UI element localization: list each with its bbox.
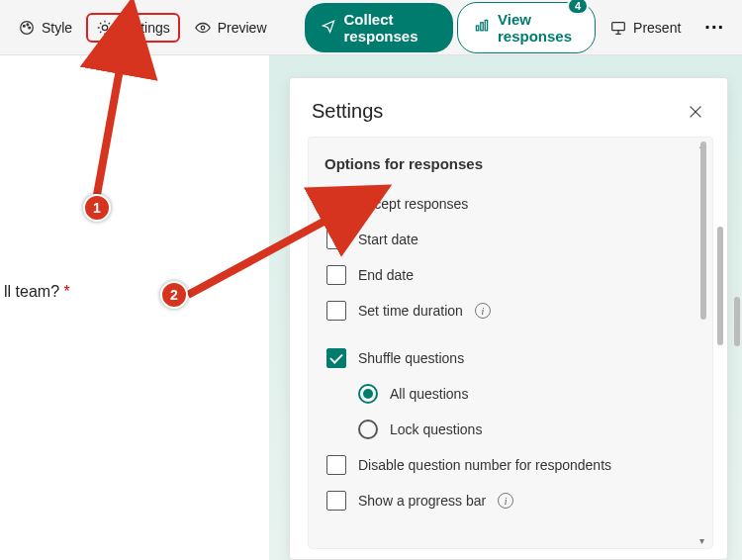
settings-panel-header: Settings [290, 78, 727, 137]
chart-icon [474, 18, 490, 37]
close-button[interactable] [686, 102, 705, 122]
end-date-checkbox[interactable] [326, 265, 346, 285]
settings-panel-body: Options for responses Accept responses S… [308, 137, 713, 549]
option-disable-qnum: Disable question number for respondents [325, 447, 696, 483]
accept-responses-label: Accept responses [358, 196, 468, 212]
question-fragment: ll team? [4, 283, 63, 300]
option-progress-bar: Show a progress bar i [325, 483, 696, 518]
time-duration-label: Set time duration [358, 303, 463, 319]
option-accept-responses: Accept responses [325, 186, 696, 222]
option-shuffle-questions: Shuffle questions [325, 340, 696, 376]
svg-point-0 [21, 21, 34, 34]
panel-scroll-thumb[interactable] [717, 227, 723, 345]
option-time-duration: Set time duration i [325, 293, 696, 328]
responses-badge: 4 [567, 0, 589, 15]
form-canvas: ll team? * [0, 55, 269, 560]
end-date-label: End date [358, 267, 414, 283]
shuffle-all-label: All questions [390, 386, 468, 402]
main-area: ll team? * Settings Options for response… [0, 55, 742, 560]
info-icon[interactable]: i [498, 493, 513, 509]
progress-bar-label: Show a progress bar [358, 493, 486, 509]
svg-point-5 [201, 26, 205, 30]
settings-pane-backdrop: Settings Options for responses Accept re… [269, 55, 742, 560]
toolbar: Style Settings Preview Collect responses… [0, 0, 742, 55]
svg-rect-9 [612, 22, 625, 30]
question-text-fragment: ll team? * [4, 283, 269, 301]
info-icon[interactable]: i [475, 303, 491, 319]
disable-qnum-label: Disable question number for respondents [358, 457, 611, 473]
option-end-date: End date [325, 257, 696, 293]
settings-label: Settings [120, 20, 170, 36]
present-label: Present [633, 20, 681, 36]
view-label: View responses [498, 11, 579, 45]
settings-panel: Settings Options for responses Accept re… [289, 77, 728, 560]
start-date-checkbox[interactable] [326, 230, 346, 249]
svg-rect-8 [485, 20, 487, 30]
page-scroll-thumb[interactable] [734, 297, 740, 346]
shuffle-questions-label: Shuffle questions [358, 350, 464, 366]
send-icon [321, 18, 336, 37]
start-date-label: Start date [358, 232, 418, 247]
shuffle-all-radio[interactable] [358, 384, 378, 404]
responses-section-title: Options for responses [325, 155, 696, 172]
style-button[interactable]: Style [8, 13, 82, 43]
gear-icon [96, 19, 114, 37]
preview-button[interactable]: Preview [184, 13, 277, 43]
svg-rect-6 [476, 26, 478, 31]
scroll-down-icon: ▾ [699, 535, 704, 546]
svg-rect-7 [481, 23, 483, 31]
collect-label: Collect responses [344, 11, 438, 45]
collect-responses-button[interactable]: Collect responses [305, 3, 454, 52]
required-indicator: * [63, 283, 69, 300]
svg-point-2 [27, 23, 29, 25]
option-start-date: Start date [325, 222, 696, 257]
eye-icon [194, 19, 212, 37]
option-shuffle-all: All questions [356, 376, 696, 412]
scroll-thumb[interactable] [700, 141, 706, 320]
svg-point-1 [23, 25, 25, 27]
disable-qnum-checkbox[interactable] [326, 455, 346, 475]
preview-label: Preview [218, 20, 267, 36]
palette-icon [18, 19, 36, 37]
shuffle-lock-radio[interactable] [358, 420, 378, 439]
style-label: Style [42, 20, 72, 36]
progress-bar-checkbox[interactable] [326, 491, 346, 511]
screen-icon [609, 19, 627, 37]
svg-point-3 [29, 27, 31, 29]
shuffle-lock-label: Lock questions [390, 421, 482, 437]
option-shuffle-lock: Lock questions [356, 412, 696, 447]
overflow-menu-button[interactable]: ··· [695, 16, 734, 39]
inner-scrollbar[interactable]: ▴ ▾ [698, 138, 710, 548]
svg-point-4 [102, 25, 107, 30]
shuffle-questions-checkbox[interactable] [326, 348, 346, 368]
view-responses-button[interactable]: View responses 4 [457, 2, 596, 53]
accept-responses-checkbox[interactable] [326, 194, 346, 214]
settings-button[interactable]: Settings [86, 13, 180, 43]
present-button[interactable]: Present [600, 13, 691, 43]
time-duration-checkbox[interactable] [326, 301, 346, 321]
settings-panel-title: Settings [312, 100, 383, 123]
